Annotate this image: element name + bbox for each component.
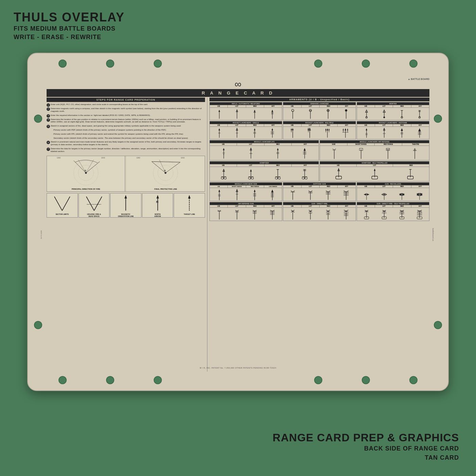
pdf-label: PRINCIPAL DIRECTION OF FIRE bbox=[47, 187, 125, 191]
svg-marker-83 bbox=[292, 128, 293, 130]
symbols-section: SECTOR LIMITS GRAZING FIRE &DEAD SPACE bbox=[47, 193, 205, 218]
svg-text:GRID: GRID bbox=[57, 157, 61, 159]
svg-marker-219 bbox=[364, 193, 366, 196]
svg-point-6 bbox=[85, 172, 87, 173]
svg-marker-78 bbox=[272, 128, 273, 130]
svg-marker-104 bbox=[366, 128, 367, 130]
svg-line-138 bbox=[334, 149, 336, 150]
punch-hole bbox=[154, 376, 162, 384]
punch-hole bbox=[34, 115, 42, 123]
fpl-diagram: ⊕ GRID GRID FINAL PROTECTIVE LINE bbox=[126, 156, 204, 191]
svg-marker-235 bbox=[420, 193, 422, 196]
weapon-howitzer: HOWITZER U/B LGT MED HVY bbox=[209, 161, 319, 182]
svg-marker-33 bbox=[219, 110, 220, 112]
subtitle-line1: FITS MEDIUM BATTLE BOARDS bbox=[14, 24, 125, 33]
punch-hole bbox=[362, 60, 370, 68]
mag-orientation-symbol: MAGNETICORIENTATION LINE bbox=[110, 193, 141, 218]
svg-marker-97 bbox=[345, 128, 346, 130]
svg-marker-220 bbox=[367, 193, 369, 196]
range-card: ∞ ▲ BATTLE BOARD R A N G E C A R D STEPS… bbox=[27, 53, 449, 391]
step-7: 7 Determine the data for targets in the … bbox=[47, 148, 205, 153]
fpl-label: FINAL PROTECTIVE LINE bbox=[126, 187, 204, 191]
footer-block: RANGE CARD PREP & GRAPHICS BACK SIDE OF … bbox=[273, 431, 459, 462]
pdf-diagram: ⊕ GRID GRID PRINCIPAL DIRECTION OF FIRE bbox=[47, 156, 125, 191]
svg-point-59 bbox=[383, 117, 385, 118]
punch-hole bbox=[314, 376, 322, 384]
weapon-antitank-gun: ANTITANK GUN U/B LGT MED HVY bbox=[283, 182, 356, 201]
svg-marker-93 bbox=[325, 128, 326, 130]
svg-point-166 bbox=[302, 177, 304, 179]
svg-line-3 bbox=[86, 162, 100, 173]
svg-marker-28 bbox=[156, 195, 159, 198]
svg-point-161 bbox=[278, 177, 280, 179]
weapon-air-defense-gun: AIR DEFENSE GUN U/B LGT MED HVY bbox=[209, 202, 282, 221]
svg-line-20 bbox=[54, 197, 62, 210]
punch-hole bbox=[409, 376, 418, 384]
main-title: THULS OVERLAY bbox=[14, 10, 125, 24]
svg-point-150 bbox=[221, 177, 224, 179]
step-4: 4 Determine the location of the gun posi… bbox=[47, 118, 205, 124]
punch-hole bbox=[409, 60, 418, 68]
svg-marker-154 bbox=[250, 169, 252, 172]
svg-marker-115 bbox=[418, 128, 421, 132]
weapon-rocket-multiple: ROCKET LAUNCHERS - MULTIPLE U/B LGT MED … bbox=[283, 121, 356, 139]
svg-point-16 bbox=[165, 172, 166, 173]
punch-hole bbox=[58, 376, 67, 384]
footer-main-title: RANGE CARD PREP & GRAPHICS bbox=[273, 431, 459, 444]
weapon-rocket-single: ROCKET LAUNCHERS - SINGLE U/B LGT MED HV… bbox=[209, 121, 282, 139]
svg-marker-95 bbox=[328, 128, 329, 130]
svg-marker-186 bbox=[254, 189, 255, 192]
svg-marker-191 bbox=[271, 189, 274, 192]
svg-marker-120 bbox=[223, 148, 225, 150]
sector-limits-symbol: SECTOR LIMITS bbox=[47, 193, 78, 218]
diagrams-section: ⊕ GRID GRID PRINCIPAL DIRECTION OF FIRE bbox=[47, 156, 205, 192]
weapons-row-5: MISSILE LAUNCHERS SSM U/B SHORT RANGE ME… bbox=[209, 182, 429, 201]
subtitle-line2: WRITE - ERASE - REWRITE bbox=[14, 33, 125, 41]
svg-marker-179 bbox=[218, 189, 220, 192]
weapons-row-1: RIFLE / AUTOMATIC WEAPONS U/B LGT MED HV… bbox=[209, 102, 429, 120]
range-card-title: R A N G E C A R D bbox=[47, 89, 429, 97]
svg-text:N: N bbox=[156, 200, 158, 203]
svg-text:GRID: GRID bbox=[137, 157, 141, 159]
grazing-fire-label: GRAZING FIRE &DEAD SPACE bbox=[79, 213, 109, 217]
weapons-row-6: AIR DEFENSE GUN U/B LGT MED HVY bbox=[209, 202, 429, 221]
side-text-left: m-l-r.com bbox=[40, 231, 42, 239]
svg-marker-111 bbox=[401, 128, 403, 131]
fpl-diagram-svg: ⊕ GRID GRID bbox=[126, 156, 204, 187]
north-arrow-symbol: N NORTHARROW bbox=[142, 193, 173, 218]
svg-marker-101 bbox=[347, 128, 348, 130]
svg-marker-173 bbox=[374, 169, 375, 171]
step-1: 1 Enter unit (SQD, PLT, CO, other) desig… bbox=[47, 103, 205, 106]
weapon-rifle: RIFLE / AUTOMATIC WEAPONS U/B LGT MED HV… bbox=[209, 102, 282, 120]
svg-text:GRID: GRID bbox=[181, 157, 185, 159]
svg-point-44 bbox=[292, 109, 294, 112]
punch-hole bbox=[106, 60, 114, 68]
punch-hole bbox=[106, 376, 114, 384]
step-5a: Primary sector with PDF (sketch limits o… bbox=[47, 129, 205, 132]
weapon-gun-recoilless: GUN - RECOILLESS U/B LGT MED HVY bbox=[357, 182, 429, 201]
weapon-missile-ad: MISSILE LAUNCHERS AIR DEFENSE SAM SHORT … bbox=[320, 140, 429, 160]
weapon-grenade: GRENADE LAUNCHER U/B LGT MED HVY bbox=[283, 102, 356, 120]
step-3: 3 Enter the required information in the … bbox=[47, 114, 205, 117]
svg-marker-99 bbox=[343, 128, 344, 130]
weapons-row-4: HOWITZER U/B LGT MED HVY bbox=[209, 161, 429, 182]
svg-line-2 bbox=[74, 160, 86, 173]
punch-hole bbox=[58, 60, 67, 68]
svg-point-155 bbox=[248, 177, 251, 179]
svg-line-5 bbox=[86, 159, 94, 173]
svg-marker-228 bbox=[399, 193, 401, 196]
punch-hole bbox=[314, 60, 322, 68]
svg-line-22 bbox=[86, 197, 94, 210]
weapon-howitzer-sp: HOWITZER - SELF PROPELLED U/B LGT MED bbox=[320, 161, 429, 182]
sector-limits-label: SECTOR LIMITS bbox=[47, 213, 78, 215]
svg-marker-26 bbox=[124, 195, 127, 198]
svg-marker-127 bbox=[277, 148, 278, 150]
punch-hole bbox=[434, 115, 442, 123]
svg-marker-74 bbox=[254, 128, 256, 130]
step-5: 5 Sketch in assigned sectors of fire, de… bbox=[47, 125, 205, 128]
weapon-missile-at: MISSILE LAUNCHER (AT) U/B LGT MED HVY bbox=[209, 140, 319, 160]
footer-sub-line1: BACK SIDE OF RANGE CARD bbox=[273, 444, 459, 453]
footer-sub-line2: TAN CARD bbox=[273, 453, 459, 462]
mag-orientation-label: MAGNETICORIENTATION LINE bbox=[111, 213, 141, 217]
battle-board-logo: ▲ BATTLE BOARD bbox=[408, 78, 429, 80]
